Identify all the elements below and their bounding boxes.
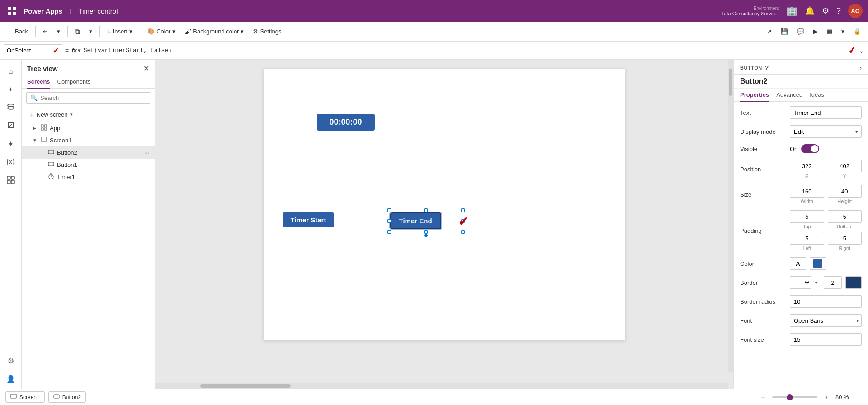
font-select[interactable]: Open Sans Arial Segoe UI: [790, 314, 862, 327]
tab-screens[interactable]: Screens: [27, 75, 50, 89]
tree-close-button[interactable]: ✕: [143, 64, 149, 73]
displaymode-select[interactable]: Edit View Disabled: [790, 125, 862, 138]
fullscreen-button[interactable]: ⛶: [855, 393, 863, 401]
font-size-input[interactable]: [790, 333, 862, 346]
tab-properties[interactable]: Properties: [740, 89, 769, 102]
border-color-swatch[interactable]: [845, 276, 862, 289]
tree-item-button1[interactable]: Button1: [22, 159, 155, 171]
media-icon[interactable]: 🖼: [3, 118, 19, 134]
handle-center-bottom[interactable]: [424, 234, 428, 237]
toggle-on-label: On: [790, 146, 797, 152]
handle-top-middle[interactable]: [424, 208, 428, 212]
fx-button[interactable]: fx ▾: [71, 47, 81, 54]
padding-top-input[interactable]: [790, 210, 824, 223]
formula-input[interactable]: [84, 44, 845, 57]
size-width-input[interactable]: [790, 185, 824, 198]
back-button[interactable]: ← Back: [4, 26, 32, 37]
run-button[interactable]: ▶: [810, 26, 821, 37]
padding-left-input[interactable]: [790, 232, 824, 245]
new-screen-button[interactable]: + New screen ▾: [26, 109, 150, 120]
border-style-select[interactable]: — - - ···: [790, 276, 811, 289]
variables-icon[interactable]: {x}: [3, 154, 19, 170]
prop-row-position: Position X Y: [740, 160, 862, 179]
status-button-tab[interactable]: Button2: [48, 391, 86, 403]
props-expand-button[interactable]: ›: [859, 64, 862, 71]
size-fields: Width Height: [790, 185, 862, 204]
copy-button[interactable]: ⧉: [71, 26, 84, 38]
zoom-minus-button[interactable]: −: [758, 392, 769, 403]
search-input[interactable]: [40, 94, 146, 101]
canvas-scroll[interactable]: 00:00:00 Timer Start Timer End: [155, 60, 733, 389]
undo-button[interactable]: ↩: [39, 26, 52, 37]
size-height-input[interactable]: [828, 185, 862, 198]
fill-color-button[interactable]: [810, 257, 826, 270]
profile-rail-icon[interactable]: 👤: [3, 372, 19, 389]
item-more-button[interactable]: ···: [144, 149, 149, 156]
position-x-input[interactable]: [790, 160, 824, 172]
formula-expand-button[interactable]: ⌄: [859, 47, 864, 54]
tab-advanced[interactable]: Advanced: [776, 89, 802, 102]
user-avatar[interactable]: AG: [848, 4, 863, 18]
padding-right-input[interactable]: [828, 232, 862, 245]
tree-item-timer1[interactable]: Timer1: [22, 171, 155, 183]
apps-grid-icon[interactable]: [5, 5, 18, 17]
settings-rail-icon[interactable]: ⚙: [3, 354, 19, 371]
text-input[interactable]: [790, 106, 862, 119]
check-access-button[interactable]: 🔒: [850, 26, 864, 37]
canvas-horizontal-scroll[interactable]: [155, 383, 728, 389]
padding-bottom-input[interactable]: [828, 210, 862, 223]
settings-toolbar-button[interactable]: ⚙ Settings: [249, 26, 285, 37]
status-screen-tab[interactable]: Screen1: [5, 391, 45, 403]
insert-icon[interactable]: +: [3, 81, 19, 98]
settings-icon[interactable]: ⚙: [822, 6, 829, 16]
tree-item-button2[interactable]: Button2 ···: [22, 146, 155, 159]
color-button[interactable]: 🎨 Color ▾: [144, 26, 179, 37]
zoom-slider[interactable]: [772, 396, 817, 398]
more-button[interactable]: …: [287, 26, 300, 37]
insert-button[interactable]: + Insert ▾: [104, 26, 136, 37]
property-checkmark-icon: ✓: [52, 46, 59, 56]
layout-dropdown-button[interactable]: ▾: [838, 26, 848, 37]
property-selector[interactable]: OnSelect ✓: [4, 44, 62, 57]
copy-dropdown-button[interactable]: ▾: [85, 26, 96, 37]
formula-equals: =: [65, 47, 69, 54]
undo-dropdown-button[interactable]: ▾: [53, 26, 64, 37]
preview-share-button[interactable]: ↗: [763, 26, 775, 37]
text-color-button[interactable]: A: [790, 257, 806, 270]
data-icon[interactable]: [3, 99, 19, 116]
app-name: Power Apps: [24, 7, 62, 15]
padding-left-field: Left: [790, 232, 824, 251]
visible-toggle[interactable]: On: [790, 144, 862, 153]
handle-bottom-right[interactable]: [461, 230, 465, 234]
border-width-input[interactable]: [824, 276, 842, 289]
timer-start-button[interactable]: Timer Start: [283, 212, 335, 227]
handle-top-left[interactable]: [387, 208, 391, 212]
comment-button[interactable]: 💬: [793, 26, 808, 37]
bg-color-button[interactable]: 🖌 Background color ▾: [181, 26, 247, 37]
position-y-input[interactable]: [828, 160, 862, 172]
timer-end-button[interactable]: Timer End: [390, 212, 441, 229]
canvas-vertical-scrollbar[interactable]: [728, 60, 733, 372]
position-row: X Y: [790, 160, 862, 179]
notification-icon[interactable]: 🔔: [805, 6, 815, 16]
zoom-plus-button[interactable]: +: [821, 392, 832, 403]
components-icon[interactable]: [3, 172, 19, 188]
help-icon[interactable]: ?: [836, 6, 841, 16]
toggle-switch-control[interactable]: [801, 144, 819, 153]
layout-button[interactable]: ▦: [823, 26, 836, 37]
timer-display[interactable]: 00:00:00: [317, 114, 375, 131]
handle-bottom-middle[interactable]: [424, 230, 428, 234]
tab-ideas[interactable]: Ideas: [810, 89, 824, 102]
handle-bottom-left[interactable]: [387, 230, 391, 234]
border-radius-input[interactable]: [790, 295, 862, 308]
handle-top-right[interactable]: [461, 208, 465, 212]
tree-item-app[interactable]: ▶ App: [22, 122, 155, 134]
org-icon[interactable]: 🏢: [786, 5, 797, 16]
font-size-label: Font size: [740, 336, 790, 343]
props-help-icon[interactable]: ?: [765, 64, 769, 71]
tree-item-screen1[interactable]: ▼ Screen1: [22, 134, 155, 146]
home-icon[interactable]: ⌂: [3, 63, 19, 80]
save-button[interactable]: 💾: [777, 26, 792, 37]
ai-icon[interactable]: ✦: [3, 136, 19, 152]
tab-components[interactable]: Components: [57, 75, 91, 89]
